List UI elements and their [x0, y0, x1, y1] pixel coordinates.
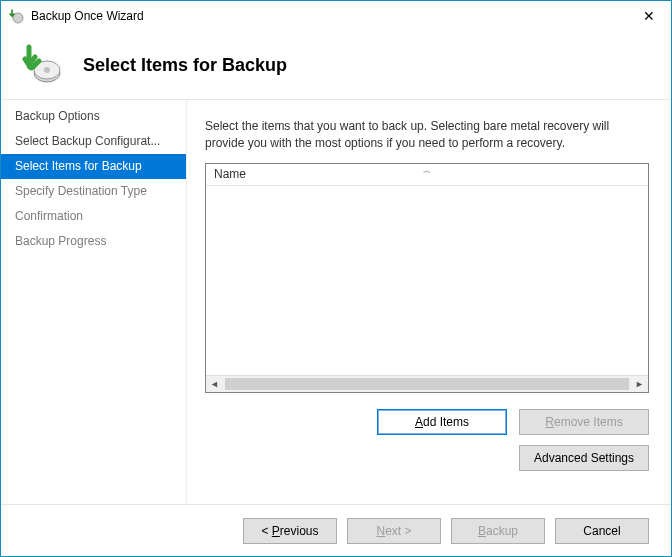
remove-items-button: Remove Items [519, 409, 649, 435]
close-button[interactable]: ✕ [626, 1, 671, 31]
main-panel: Select the items that you want to back u… [187, 100, 671, 504]
scroll-thumb[interactable] [225, 378, 629, 390]
close-icon: ✕ [643, 8, 655, 24]
items-listbox[interactable]: Name ︿ ◄ ► [205, 163, 649, 393]
next-button: Next > [347, 518, 441, 544]
backup-button: Backup [451, 518, 545, 544]
step-backup-options[interactable]: Backup Options [1, 104, 186, 129]
wizard-footer: < Previous Next > Backup Cancel [1, 504, 671, 556]
step-select-backup-config[interactable]: Select Backup Configurat... [1, 129, 186, 154]
page-title: Select Items for Backup [83, 55, 287, 76]
step-confirmation: Confirmation [1, 204, 186, 229]
app-icon [9, 8, 25, 24]
scroll-right-icon[interactable]: ► [631, 376, 648, 392]
add-items-button[interactable]: Add Items [377, 409, 507, 435]
horizontal-scrollbar[interactable]: ◄ ► [206, 375, 648, 392]
step-backup-progress: Backup Progress [1, 229, 186, 254]
previous-button[interactable]: < Previous [243, 518, 337, 544]
column-name: Name [206, 167, 246, 181]
svg-point-3 [44, 67, 50, 73]
step-destination-type: Specify Destination Type [1, 179, 186, 204]
advanced-settings-button[interactable]: Advanced Settings [519, 445, 649, 471]
titlebar: Backup Once Wizard ✕ [1, 1, 671, 31]
wizard-icon [19, 43, 63, 87]
wizard-header: Select Items for Backup [1, 31, 671, 99]
cancel-button[interactable]: Cancel [555, 518, 649, 544]
instruction-text: Select the items that you want to back u… [205, 118, 649, 153]
scroll-left-icon[interactable]: ◄ [206, 376, 223, 392]
list-body[interactable] [206, 186, 648, 375]
sort-indicator-icon: ︿ [423, 165, 431, 176]
wizard-steps-sidebar: Backup Options Select Backup Configurat.… [1, 100, 187, 504]
list-header[interactable]: Name ︿ [206, 164, 648, 186]
window-title: Backup Once Wizard [31, 9, 144, 23]
step-select-items[interactable]: Select Items for Backup [1, 154, 186, 179]
